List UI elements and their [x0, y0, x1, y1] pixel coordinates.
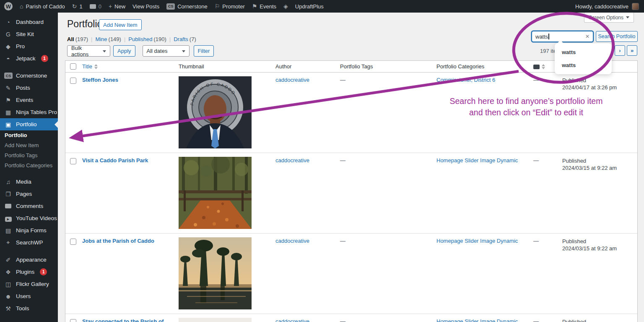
row-title-link[interactable]: Stay connected to the Parish of [82, 318, 164, 322]
status-filter-links: All (197)|Mine (149)|Published (190)|Dra… [67, 36, 196, 42]
sidebar-subitem-add-new-item[interactable]: Add New Item [0, 140, 58, 151]
next-page-button[interactable]: › [615, 45, 625, 56]
thumbnail-image[interactable] [179, 237, 252, 309]
last-page-button[interactable]: » [627, 45, 637, 56]
sidebar-item-portfolio[interactable]: ▣ Portfolio [0, 118, 58, 130]
row-author-link[interactable]: caddocreative [275, 77, 309, 83]
clear-search-icon[interactable]: ✕ [585, 34, 589, 39]
add-new-item-button[interactable]: Add New Item [99, 19, 142, 30]
row-categories-link[interactable]: Homepage Slider Image Dynamic [436, 318, 533, 322]
row-categories-link[interactable]: Homepage Slider Image Dynamic [436, 157, 533, 164]
sidebar-item-pro[interactable]: ◆ Pro [0, 40, 58, 52]
search-portfolio-button[interactable]: Search Portfolio [596, 31, 638, 42]
pages-icon: ❐ [4, 191, 12, 197]
row-comments-value: — [533, 157, 539, 164]
sidebar-item-cornerstone[interactable]: CS Cornerstone [0, 70, 58, 82]
site-name-link[interactable]: ⌂ Parish of Caddo [20, 3, 65, 10]
portfolio-icon: ▣ [4, 121, 12, 128]
new-content-link[interactable]: + New [109, 3, 125, 10]
wordpress-logo-icon[interactable]: W [4, 2, 13, 10]
status-filter-link[interactable]: Drafts [174, 36, 188, 42]
active-menu-arrow [55, 121, 58, 128]
admin-toolbar: W ⌂ Parish of Caddo ↻ 1 0 + New View Pos… [0, 0, 644, 13]
sidebar-item-tools[interactable]: ⚒ Tools [0, 302, 58, 314]
row-title-link[interactable]: Visit a Caddo Parish Park [82, 157, 148, 164]
row-tags-value: — [340, 157, 345, 164]
sidebar-item-plugins[interactable]: ❖ Plugins 1 [0, 266, 58, 278]
sidebar-item-ninja-tables-pro[interactable]: ▦ Ninja Tables Pro [0, 106, 58, 118]
thumbnail-column-header: Thumbnail [179, 63, 204, 70]
sidebar-item-appearance[interactable]: ✐ Appearance [0, 254, 58, 266]
bulk-actions-select[interactable]: Bulk actions [67, 45, 110, 57]
thumbnail-image[interactable] [179, 157, 252, 229]
updates-icon: ↻ [72, 3, 77, 9]
sidebar-subitem-portfolio-categories[interactable]: Portfolio Categories [0, 161, 58, 171]
sidebar-item-site-kit[interactable]: G Site Kit [0, 28, 58, 40]
row-categories-link[interactable]: Homepage Slider Image Dynamic [436, 238, 533, 244]
status-filter-link[interactable]: Published [128, 36, 152, 42]
comments-link[interactable]: 0 [90, 3, 101, 10]
comment-bubble-icon [533, 65, 540, 69]
row-tags-value: — [340, 238, 345, 244]
appearance-icon: ✐ [4, 257, 12, 263]
sidebar-item-media[interactable]: ♫ Media [0, 176, 58, 188]
screen-options-tab[interactable]: Screen Options [584, 13, 634, 23]
thumbnail-image[interactable]: PARISH OF CADDO [179, 76, 252, 148]
user-avatar[interactable] [632, 3, 639, 10]
sidebar-item-comments[interactable]: Comments [0, 200, 58, 212]
sidebar-item-searchwp[interactable]: ⌖ SearchWP [0, 236, 58, 249]
row-checkbox[interactable] [70, 78, 76, 84]
comments-column-header[interactable] [533, 64, 545, 69]
row-title-link[interactable]: Steffon Jones [82, 77, 118, 83]
sidebar-item-jetpack[interactable]: ◓ Jetpack 1 [0, 52, 58, 65]
sidebar-item-dashboard[interactable]: ◔ Dashboard [0, 16, 58, 28]
table-header-row: Title Thumbnail Author Portfolio Tags Po… [65, 61, 637, 73]
title-column-header[interactable]: Title [82, 63, 98, 70]
sidebar-item-youtube-videos[interactable]: ▶ YouTube Videos [0, 212, 58, 224]
sidebar-item-flickr-gallery[interactable]: ◫ Flickr Gallery [0, 278, 58, 290]
light-photo [179, 318, 252, 322]
row-author-link[interactable]: caddocreative [275, 318, 309, 322]
events-link[interactable]: ⚑ Events [252, 3, 276, 10]
tools-icon: ⚒ [4, 305, 12, 312]
sidebar-item-events[interactable]: ⚑ Events [0, 94, 58, 106]
updraftplus-link[interactable]: UpdraftPlus [295, 3, 324, 10]
search-suggestion-item[interactable]: watts [555, 46, 612, 59]
row-checkbox[interactable] [70, 239, 76, 245]
updraft-diamond-icon[interactable]: ◈ [283, 3, 288, 9]
promoter-link[interactable]: ⚐ Promoter [215, 3, 245, 10]
search-suggestion-item[interactable]: watts [555, 59, 612, 72]
status-filter-link[interactable]: All [67, 36, 74, 42]
cornerstone-link[interactable]: CS Cornerstone [166, 3, 208, 10]
row-date: Published [562, 318, 586, 322]
filter-button[interactable]: Filter [194, 45, 214, 57]
view-posts-link[interactable]: View Posts [132, 3, 159, 10]
row-checkbox[interactable] [70, 319, 76, 322]
row-tags-value: — [340, 318, 345, 322]
row-author-link[interactable]: caddocreative [275, 157, 309, 164]
sidebar-item-posts[interactable]: ✎ Posts [0, 82, 58, 94]
thumbnail-image[interactable] [179, 318, 252, 322]
row-checkbox[interactable] [70, 158, 76, 164]
row-author-link[interactable]: caddocreative [275, 238, 309, 244]
search-input[interactable]: watts ✕ [532, 31, 593, 42]
apply-button[interactable]: Apply [113, 45, 135, 57]
row-title-link[interactable]: Jobs at the Parish of Caddo [82, 238, 154, 244]
events-pennant-icon: ⚑ [252, 3, 257, 9]
howdy-label[interactable]: Howdy, caddocreative [575, 3, 628, 10]
sidebar-item-pages[interactable]: ❐ Pages [0, 188, 58, 200]
sidebar-subitem-portfolio-tags[interactable]: Portfolio Tags [0, 151, 58, 161]
status-filter-link[interactable]: Mine [95, 36, 107, 42]
sidebar-separator [0, 171, 58, 176]
sidebar-subitem-portfolio[interactable]: Portfolio [0, 130, 58, 140]
dates-filter-select[interactable]: All dates [143, 45, 190, 57]
table-row: Jobs at the Parish of Caddo caddocreativ… [65, 234, 637, 314]
row-categories-link[interactable]: Commissioner, District 6 [436, 77, 533, 83]
row-date: Published 2024/03/15 at 9:22 am [562, 157, 617, 171]
sidebar-item-ninja-forms[interactable]: ▤ Ninja Forms [0, 224, 58, 236]
select-all-checkbox[interactable] [70, 63, 76, 70]
users-icon: ☻ [4, 293, 12, 300]
text-cursor [548, 34, 549, 39]
sidebar-item-users[interactable]: ☻ Users [0, 290, 58, 302]
updates-link[interactable]: ↻ 1 [72, 3, 83, 10]
